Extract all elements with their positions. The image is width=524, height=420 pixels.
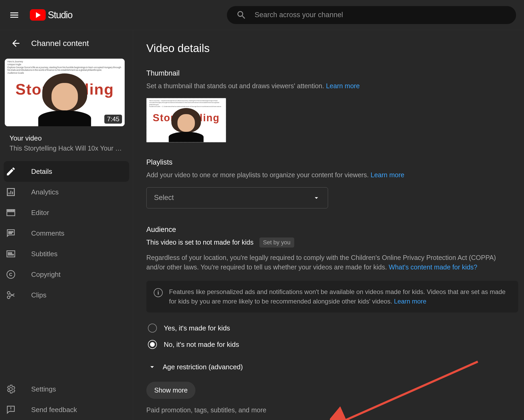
radio-icon-selected xyxy=(148,340,157,349)
chevron-down-icon xyxy=(312,194,320,202)
subtitles-icon xyxy=(6,249,16,259)
main-content: Video details Thumbnail Set a thumbnail … xyxy=(133,30,524,420)
arrow-left-icon xyxy=(11,38,21,49)
radio-label-no: No, it's not made for kids xyxy=(164,340,239,349)
page-title: Video details xyxy=(146,42,511,55)
thumbnail-heading: Thumbnail xyxy=(146,69,511,77)
nav-item-subtitles[interactable]: Subtitles xyxy=(4,244,129,264)
nav-item-feedback[interactable]: Send feedback xyxy=(4,399,129,420)
gear-icon xyxy=(6,384,16,394)
search-icon xyxy=(236,10,247,20)
age-restriction-label: Age restriction (advanced) xyxy=(163,363,243,371)
age-restriction-toggle[interactable]: Age restriction (advanced) xyxy=(146,363,511,371)
nav-label-analytics: Analytics xyxy=(31,188,59,196)
clips-icon xyxy=(6,290,16,300)
nav-label-clips: Clips xyxy=(31,291,46,299)
analytics-icon xyxy=(6,187,16,197)
audience-status-row: This video is set to not made for kids S… xyxy=(146,237,511,248)
copyright-icon xyxy=(6,269,16,280)
comments-icon xyxy=(6,228,16,239)
nav-label-editor: Editor xyxy=(31,209,49,217)
playlists-subtext: Add your video to one or more playlists … xyxy=(146,170,511,180)
search-input[interactable] xyxy=(255,11,507,19)
video-title-text: This Storytelling Hack Will 10x Your … xyxy=(10,144,123,152)
nav-label-feedback: Send feedback xyxy=(31,406,77,414)
radio-label-yes: Yes, it's made for kids xyxy=(164,324,230,332)
radio-made-for-kids-no[interactable]: No, it's not made for kids xyxy=(146,340,511,349)
radio-made-for-kids-yes[interactable]: Yes, it's made for kids xyxy=(146,324,511,333)
coppa-text: Regardless of your location, you're lega… xyxy=(146,253,511,272)
show-more-subtext: Paid promotion, tags, subtitles, and mor… xyxy=(146,406,511,414)
nav-item-settings[interactable]: Settings xyxy=(4,379,129,399)
nav-label-settings: Settings xyxy=(31,385,56,393)
svg-point-2 xyxy=(7,292,10,294)
sidebar: Channel content Hero's JourneyUnique Ang… xyxy=(0,30,133,420)
thumbnail-learn-more-link[interactable]: Learn more xyxy=(326,82,360,90)
audience-status-text: This video is set to not made for kids xyxy=(146,239,254,246)
sidebar-video-thumbnail[interactable]: Hero's JourneyUnique AngleExplore George… xyxy=(5,59,125,126)
svg-point-0 xyxy=(7,270,15,278)
editor-icon xyxy=(6,207,16,218)
chevron-down-icon xyxy=(148,363,156,371)
back-label: Channel content xyxy=(31,39,89,48)
set-by-you-chip: Set by you xyxy=(259,237,294,248)
app-header: Studio xyxy=(0,0,524,30)
thumbnail-image-small: Hero's Journey — Explore George Soros's … xyxy=(147,98,226,142)
pencil-icon xyxy=(6,166,16,177)
info-card-learn-more-link[interactable]: Learn more xyxy=(394,298,427,305)
audience-heading: Audience xyxy=(146,226,511,234)
svg-point-1 xyxy=(7,296,10,298)
audience-info-card: Features like personalized ads and notif… xyxy=(146,281,518,312)
nav-item-editor[interactable]: Editor xyxy=(4,202,129,223)
menu-icon xyxy=(9,10,20,20)
nav-label-subtitles: Subtitles xyxy=(31,250,58,258)
playlists-heading: Playlists xyxy=(146,158,511,166)
sidebar-nav: Details Analytics Editor Comments Subtit… xyxy=(0,161,133,305)
playlists-select[interactable]: Select xyxy=(146,187,328,208)
back-to-channel-content[interactable]: Channel content xyxy=(0,38,133,49)
nav-label-details: Details xyxy=(31,167,52,176)
info-card-text: Features like personalized ads and notif… xyxy=(169,287,511,306)
your-video-block: Your video This Storytelling Hack Will 1… xyxy=(0,134,133,152)
studio-logo[interactable]: Studio xyxy=(30,9,72,21)
nav-item-details[interactable]: Details xyxy=(4,161,129,182)
hamburger-menu-button[interactable] xyxy=(8,9,21,21)
your-video-label: Your video xyxy=(10,134,123,142)
thumbnail-subtext: Set a thumbnail that stands out and draw… xyxy=(146,81,511,91)
show-more-button[interactable]: Show more xyxy=(146,382,195,399)
playlists-select-label: Select xyxy=(154,194,174,202)
nav-item-comments[interactable]: Comments xyxy=(4,223,129,244)
nav-item-copyright[interactable]: Copyright xyxy=(4,264,129,285)
nav-item-analytics[interactable]: Analytics xyxy=(4,182,129,202)
search-bar[interactable] xyxy=(227,6,516,24)
info-icon xyxy=(154,288,163,297)
youtube-play-icon xyxy=(30,9,46,21)
nav-label-comments: Comments xyxy=(31,229,64,237)
selected-thumbnail[interactable]: Hero's Journey — Explore George Soros's … xyxy=(146,98,226,142)
nav-item-clips[interactable]: Clips xyxy=(4,285,129,305)
logo-text: Studio xyxy=(48,10,72,21)
video-duration-badge: 7:45 xyxy=(104,115,122,124)
nav-label-copyright: Copyright xyxy=(31,270,60,279)
feedback-icon xyxy=(6,404,16,415)
playlists-learn-more-link[interactable]: Learn more xyxy=(371,171,404,179)
radio-icon xyxy=(148,324,157,333)
coppa-help-link[interactable]: What's content made for kids? xyxy=(389,263,478,271)
